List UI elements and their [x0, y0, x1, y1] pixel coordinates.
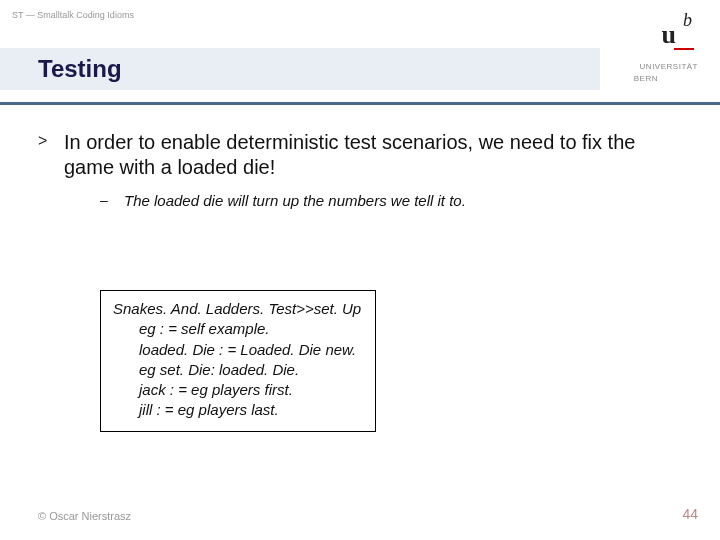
title-band: Testing [0, 48, 600, 90]
bullet-marker: > [38, 130, 64, 150]
code-line: eg set. Die: loaded. Die. [113, 360, 361, 380]
code-line: loaded. Die : = Loaded. Die new. [113, 340, 361, 360]
logo-letter-b: b [683, 10, 692, 31]
logo-text-bern: BERN [634, 74, 658, 83]
slide-body: > In order to enable deterministic test … [38, 130, 690, 209]
main-bullet: > In order to enable deterministic test … [38, 130, 690, 180]
slide-title: Testing [38, 55, 122, 83]
logo-text-universitat: UNIVERSITÄT [640, 62, 698, 71]
code-snippet: Snakes. And. Ladders. Test>>set. Up eg :… [100, 290, 376, 432]
code-line: eg : = self example. [113, 319, 361, 339]
title-underline [0, 102, 720, 105]
logo-red-bar [674, 48, 694, 50]
university-logo: b u UNIVERSITÄT BERN [600, 0, 720, 105]
sub-bullet: – The loaded die will turn up the number… [100, 192, 690, 209]
code-line: jack : = eg players first. [113, 380, 361, 400]
sub-bullet-marker: – [100, 192, 124, 208]
bullet-text: In order to enable deterministic test sc… [64, 130, 690, 180]
logo-letter-u: u [662, 20, 676, 50]
code-line: Snakes. And. Ladders. Test>>set. Up [113, 299, 361, 319]
page-number: 44 [682, 506, 698, 522]
code-line: jill : = eg players last. [113, 400, 361, 420]
copyright: © Oscar Nierstrasz [38, 510, 131, 522]
sub-bullet-text: The loaded die will turn up the numbers … [124, 192, 466, 209]
course-label: ST — Smalltalk Coding Idioms [12, 10, 134, 20]
